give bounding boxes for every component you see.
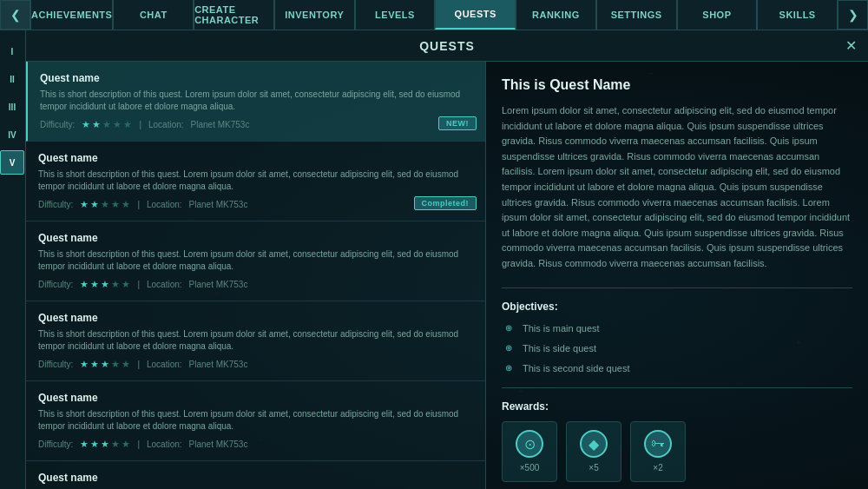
quest-desc-5: This is short description of this quest.… — [38, 408, 473, 433]
reward-card-2: ◆ ×5 — [566, 421, 621, 482]
quest-name-1: Quest name — [40, 72, 473, 84]
quest-item-4[interactable]: Quest name This is short description of … — [26, 301, 485, 381]
location-label: Location: — [147, 200, 182, 209]
objective-text-2: This is side quest — [523, 343, 596, 354]
nav-next-button[interactable]: ❯ — [838, 0, 868, 30]
objectives-title: Objectives: — [502, 301, 852, 313]
quest-meta-3: Difficulty: ★★★★★ | Location: Planet MK7… — [38, 279, 473, 290]
quest-meta-4: Difficulty: ★★★★★ | Location: Planet MK7… — [38, 359, 473, 370]
star-4: ★ — [111, 199, 120, 210]
quest-item-6[interactable]: Quest name This is short description of … — [26, 461, 485, 489]
nav-tab-ranking[interactable]: Ranking — [516, 0, 596, 30]
objective-icon-2: ⊕ — [502, 341, 516, 355]
nav-tab-inventory[interactable]: Inventory — [274, 0, 355, 30]
objective-1: ⊕ This is main quest — [502, 321, 852, 335]
quest-panel-header: Quests ✕ — [26, 30, 868, 62]
quest-detail-title: This is Quest Name — [502, 77, 852, 93]
location-label: Location: — [148, 120, 184, 129]
star-5: ★ — [122, 279, 130, 290]
difficulty-label: Difficulty: — [38, 439, 73, 449]
nav-tab-levels[interactable]: Levels — [355, 0, 436, 30]
star-5: ★ — [122, 199, 130, 210]
quest-name-6: Quest name — [38, 472, 473, 484]
star-1: ★ — [80, 439, 89, 450]
sidebar-tab-III[interactable]: III — [0, 95, 24, 119]
nav-tab-skills[interactable]: Skills — [757, 0, 838, 30]
location-value-4: Planet MK753c — [189, 360, 248, 369]
star-4: ★ — [111, 359, 120, 370]
objective-text-1: This is main quest — [523, 323, 600, 334]
difficulty-label: Difficulty: — [38, 280, 73, 289]
rewards-list: ⊙ ×500 ◆ ×5 🗝 ×2 — [502, 421, 852, 482]
sidebar-tab-V[interactable]: V — [0, 150, 24, 175]
objective-icon-3: ⊕ — [502, 361, 516, 375]
quest-meta-5: Difficulty: ★★★★★ | Location: Planet MK7… — [38, 439, 473, 450]
location-label: Location: — [147, 439, 182, 449]
quest-item-1[interactable]: Quest name This is short description of … — [26, 62, 485, 142]
star-1: ★ — [80, 279, 89, 290]
star-2: ★ — [90, 199, 99, 210]
star-1: ★ — [80, 199, 89, 210]
sidebar-tab-I[interactable]: I — [0, 39, 24, 63]
quest-name-5: Quest name — [38, 392, 473, 404]
quest-detail: This is Quest Name Lorem ipsum dolor sit… — [486, 62, 868, 489]
nav-tab-settings[interactable]: Settings — [596, 0, 677, 30]
nav-tab-achievements[interactable]: Achievements — [30, 0, 113, 30]
star-2: ★ — [90, 439, 99, 450]
objective-3: ⊕ This is second side quest — [502, 361, 852, 375]
divider2 — [502, 387, 852, 388]
difficulty-label: Difficulty: — [38, 200, 73, 209]
objectives-list: ⊕ This is main quest ⊕ This is side ques… — [502, 321, 852, 375]
quest-meta-2: Difficulty: ★★★★★ | Location: Planet MK7… — [38, 199, 473, 210]
quest-body: Quest name This is short description of … — [26, 62, 868, 489]
quest-detail-description: Lorem ipsum dolor sit amet, consectetur … — [502, 103, 852, 272]
close-button[interactable]: ✕ — [842, 37, 859, 55]
sidebar-tab-IV[interactable]: IV — [0, 122, 24, 147]
nav-prev-button[interactable]: ❮ — [0, 0, 30, 30]
nav-tab-create-character[interactable]: Create Character — [194, 0, 274, 30]
star-5: ★ — [122, 439, 130, 450]
quest-badge-2: Completed! — [414, 196, 477, 210]
difficulty-label: Difficulty: — [40, 120, 75, 129]
quest-meta-1: Difficulty: ★★★★★ | Location: Planet MK7… — [40, 119, 473, 130]
location-sep: | — [137, 360, 140, 369]
quest-panel-title: Quests — [419, 39, 475, 53]
nav-tab-shop[interactable]: Shop — [677, 0, 758, 30]
nav-tab-chat[interactable]: Chat — [113, 0, 194, 30]
reward-amount-3: ×2 — [653, 463, 662, 472]
stars-2: ★★★★★ — [80, 199, 130, 210]
location-sep: | — [137, 200, 140, 209]
objective-2: ⊕ This is side quest — [502, 341, 852, 355]
quest-badge-1: NEW! — [438, 116, 477, 130]
reward-card-3: 🗝 ×2 — [630, 421, 686, 482]
quest-name-4: Quest name — [38, 312, 473, 324]
quest-item-5[interactable]: Quest name This is short description of … — [26, 381, 485, 461]
nav-tabs: AchievementsChatCreate CharacterInventor… — [30, 0, 838, 30]
top-nav: ❮ AchievementsChatCreate CharacterInvent… — [0, 0, 868, 30]
reward-icon-1: ⊙ — [516, 430, 543, 458]
quest-desc-3: This is short description of this quest.… — [38, 248, 473, 273]
reward-icon-2: ◆ — [580, 430, 608, 458]
divider — [502, 287, 852, 288]
objective-text-3: This is second side quest — [523, 363, 630, 373]
quest-item-3[interactable]: Quest name This is short description of … — [26, 221, 485, 301]
quest-item-2[interactable]: Quest name This is short description of … — [26, 142, 485, 221]
main-content: IIIIIIIVV Quests ✕ Quest name This is sh… — [0, 30, 868, 489]
reward-icon-3: 🗝 — [644, 430, 672, 458]
star-3: ★ — [101, 279, 109, 290]
star-1: ★ — [80, 359, 89, 370]
star-1: ★ — [82, 119, 90, 130]
location-label: Location: — [147, 360, 182, 369]
location-sep: | — [139, 120, 141, 129]
star-2: ★ — [90, 279, 99, 290]
quest-name-2: Quest name — [38, 152, 473, 164]
star-4: ★ — [111, 279, 120, 290]
stars-3: ★★★★★ — [80, 279, 130, 290]
star-5: ★ — [122, 359, 130, 370]
nav-tab-quests[interactable]: Quests — [435, 0, 516, 30]
quest-panel: Quests ✕ Quest name This is short descri… — [26, 30, 868, 489]
reward-card-1: ⊙ ×500 — [502, 421, 557, 482]
star-5: ★ — [123, 119, 132, 130]
star-3: ★ — [101, 439, 109, 450]
sidebar-tab-II[interactable]: II — [0, 67, 24, 91]
